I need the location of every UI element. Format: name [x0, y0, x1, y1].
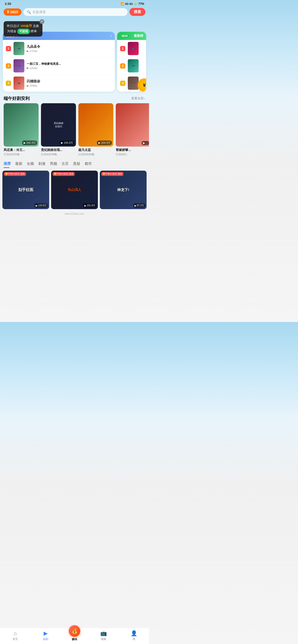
content-badge-3: 🪙可领%1$d元 最多: [101, 172, 123, 176]
popup-highlight: 100金币: [21, 24, 32, 28]
play-icon: ▶: [143, 142, 145, 145]
content-card-3[interactable]: 神龙下! 🪙可领%1$d元 最多 ▶ 97.2万: [100, 171, 146, 209]
tab-latest[interactable]: 最新: [15, 162, 23, 168]
content-card-2[interactable]: 仇山伐人 🪙可领%1$d元 最多 ▶ 101.8万: [51, 171, 98, 209]
drama-card-1[interactable]: ▶ 242.4万 凤还巢：冷王... 已完结共99集: [4, 103, 39, 156]
coin-amount: 3925: [10, 10, 18, 14]
play-icon: ▶: [84, 204, 86, 207]
rank-item-new[interactable]: 3 📺 ¥: [117, 74, 146, 92]
search-placeholder: 太监成圣: [32, 10, 46, 14]
play-icon: ▶: [27, 84, 29, 87]
rank-thumb-img-2: 📺: [14, 59, 24, 72]
drama-card-3[interactable]: ▶ 204.9万 超凡太监 已完结共80集: [78, 103, 113, 156]
rank-item[interactable]: 1 📺 九品县令 ▶ 1723w: [3, 40, 115, 57]
content-thumb-1: 划手狂医 🪙可领%1$d元 最多 ▶ 110.6万: [3, 171, 49, 209]
rank-thumb-1: 📺: [14, 42, 24, 55]
play-icon: ▶: [27, 66, 29, 70]
rank-thumb-new-2: 📺: [128, 59, 139, 72]
tab-urban[interactable]: 都市: [85, 162, 92, 168]
drama-thumb-3: ▶ 204.9万: [78, 103, 113, 146]
drama-episodes-3: 已完结共80集: [78, 152, 113, 156]
status-bar: 1:33 📶 4G 5G 🔋 77%: [0, 0, 149, 6]
rank-thumb-img-new-3: 📺: [128, 76, 139, 90]
rank-thumb-new-3: 📺: [128, 76, 139, 90]
rank-views-3: ▶ 1599w: [27, 84, 112, 87]
drama-title-4: 替嫁娇嗲...: [116, 148, 149, 152]
search-button[interactable]: 搜索: [129, 8, 145, 16]
rank-item[interactable]: 3 📺 闪婚急诊 ▶ 1599w: [3, 74, 115, 92]
tab-recommend[interactable]: 推荐: [4, 162, 11, 168]
search-bar: ¥ 3925 🔍 太监成圣 搜索: [0, 6, 149, 17]
status-icons: 📶 4G 5G 🔋 77%: [120, 2, 144, 6]
popup-text1: 昨日总计: [7, 24, 20, 28]
tab-male[interactable]: 男频: [50, 162, 57, 168]
rank-title-3: 闪婚急诊: [27, 79, 112, 83]
drama-views-2: ▶ 194.0万: [60, 140, 75, 145]
drama-scroll: ▶ 242.4万 凤还巢：冷王... 已完结共99集 贵妃娘娘在现代 ▶ 194…: [0, 103, 149, 159]
play-icon: ▶: [98, 141, 100, 144]
rank-thumb-img-new-1: 📺: [128, 42, 139, 55]
rank-card-new-header: NEW 最新榜: [117, 32, 146, 40]
tab-female[interactable]: 女频: [27, 162, 34, 168]
rank-num-new-1: 1: [120, 46, 125, 51]
drama-thumb-bg-3: [78, 103, 113, 146]
content-views-2: ▶ 101.8万: [83, 203, 96, 208]
search-input-wrap[interactable]: 🔍 太监成圣: [23, 8, 127, 16]
section-duanwu-header: 端午好剧安利 查看全部 ›: [0, 92, 149, 103]
play-icon: ▶: [24, 141, 26, 144]
drama-card-2[interactable]: 贵妃娘娘在现代 ▶ 194.0万 贵妃娘娘在现... 已完结共98集: [41, 103, 76, 156]
rank-item[interactable]: 2 📺 一胎三宝，神秘爹地竟是... ▶ 1253w: [3, 57, 115, 74]
drama-card-4[interactable]: ▶ ... 替嫁娇嗲... 已完结共...: [116, 103, 149, 156]
drama-thumb-1: ▶ 242.4万: [4, 103, 39, 146]
drama-title-1: 凤还巢：冷王...: [4, 148, 39, 152]
rank-card-new-title: 最新榜: [134, 34, 143, 38]
coin-badge[interactable]: ¥ 3925: [4, 8, 22, 16]
status-time: 1:33: [5, 2, 11, 6]
popup-cashout-button[interactable]: 可提现: [17, 29, 30, 34]
popup-text3: 为现金: [7, 29, 16, 33]
content-badge-1: 🪙可领%1$d元 最多: [4, 172, 26, 176]
watermark: www.315som.com: [0, 212, 149, 234]
drama-thumb-4: ▶ ...: [116, 103, 149, 146]
section-duanwu-more[interactable]: 查看全部 ›: [131, 96, 145, 100]
chevron-right-icon: ›: [144, 97, 145, 100]
rank-thumb-new-1: 📺: [128, 42, 139, 55]
rank-num-new-2: 2: [120, 63, 125, 68]
tab-mystery[interactable]: 悬疑: [73, 162, 80, 168]
rank-thumb-2: 📺: [14, 59, 24, 72]
rank-thumb-img-3: 📺: [14, 76, 24, 90]
play-icon: ▶: [134, 204, 136, 207]
popup-close-button[interactable]: ✕: [40, 19, 44, 24]
rank-card-new[interactable]: NEW 最新榜 1 📺 2 📺 3 📺 ¥: [117, 32, 146, 92]
drama-views-1: ▶ 242.4万: [22, 140, 37, 145]
section-duanwu-title: 端午好剧安利: [4, 96, 30, 101]
wifi-icon: 📶: [120, 2, 124, 6]
drama-episodes-4: 已完结共...: [116, 152, 149, 156]
rank-card-hot[interactable]: 热播榜单 › 1 📺 九品县令 ▶ 1723w 2 📺 一胎三宝，神秘爹地竟是.…: [3, 32, 115, 92]
rank-card-hot-arrow: ›: [111, 34, 112, 38]
rank-item-new[interactable]: 1 📺: [117, 40, 146, 57]
rank-info-1: 九品县令 ▶ 1723w: [27, 44, 112, 52]
yen-icon: 🪙: [5, 172, 8, 175]
content-card-1[interactable]: 划手狂医 🪙可领%1$d元 最多 ▶ 110.6万: [3, 171, 49, 209]
drama-thumb-bg-2: 贵妃娘娘在现代: [41, 103, 76, 146]
play-icon: ▶: [61, 141, 63, 144]
rank-title-2: 一胎三宝，神秘爹地竟是...: [27, 62, 112, 66]
content-views-3: ▶ 97.2万: [133, 203, 145, 208]
tab-intense[interactable]: 刺激: [38, 162, 46, 168]
tab-ancient[interactable]: 古言: [62, 162, 69, 168]
popup-text2: 兑换: [33, 24, 39, 28]
battery-icon: 🔋: [134, 2, 137, 6]
rank-item-new[interactable]: 2 📺: [117, 57, 146, 74]
battery-level: 77%: [138, 2, 144, 6]
drama-thumb-bg-1: [4, 103, 39, 146]
rank-views-1: ▶ 1723w: [27, 50, 112, 53]
rank-num-new-3: 3: [120, 80, 125, 86]
coin-symbol: ¥: [7, 10, 9, 14]
drama-thumb-2: 贵妃娘娘在现代 ▶ 194.0万: [41, 103, 76, 146]
rank-thumb-img-1: 📺: [14, 42, 24, 55]
rank-info-3: 闪婚急诊 ▶ 1599w: [27, 79, 112, 87]
drama-episodes-2: 已完结共98集: [41, 152, 76, 156]
drama-title-3: 超凡太监: [78, 148, 113, 152]
search-icon: 🔍: [27, 10, 31, 14]
